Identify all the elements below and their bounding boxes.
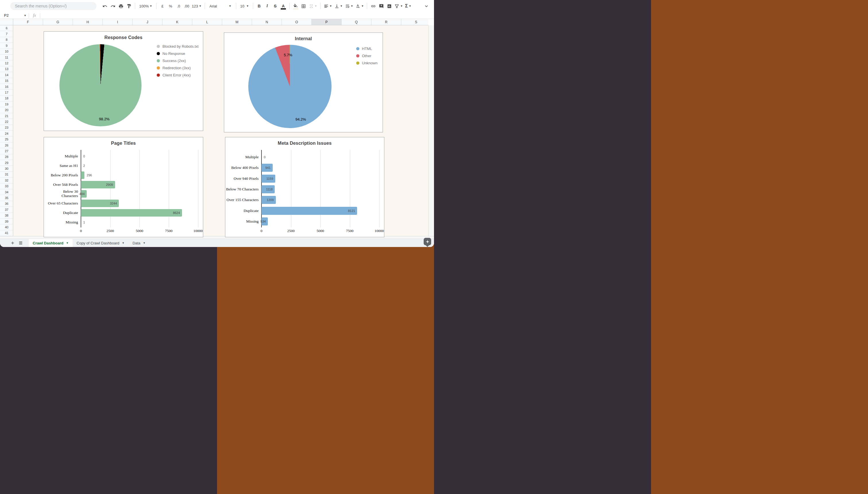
- insert-link-icon[interactable]: [370, 2, 377, 10]
- row-header-36[interactable]: 36: [0, 201, 13, 207]
- column-header-J[interactable]: J: [133, 19, 162, 25]
- toolbar-more-chevron-icon[interactable]: [422, 2, 430, 10]
- add-sheet-icon[interactable]: [8, 239, 17, 247]
- row-header-15[interactable]: 15: [0, 78, 13, 84]
- row-header-39[interactable]: 39: [0, 218, 13, 224]
- paint-format-icon[interactable]: [125, 2, 133, 10]
- chart-card-internal[interactable]: Internal5.7%94.2%HTMLOtherUnknown: [224, 33, 383, 132]
- column-header-H[interactable]: H: [73, 19, 103, 25]
- vertical-scrollbar[interactable]: [428, 25, 434, 236]
- column-header-G[interactable]: G: [43, 19, 73, 25]
- column-header-F[interactable]: F: [13, 19, 43, 25]
- name-box[interactable]: P2 ▼: [0, 13, 29, 18]
- row-header-27[interactable]: 27: [0, 148, 13, 154]
- row-header-24[interactable]: 24: [0, 131, 13, 136]
- row-header-26[interactable]: 26: [0, 142, 13, 148]
- text-wrap-icon[interactable]: ▼: [344, 2, 354, 10]
- select-all-corner[interactable]: [0, 19, 13, 25]
- row-header-7[interactable]: 7: [0, 31, 13, 37]
- row-header-23[interactable]: 23: [0, 125, 13, 131]
- functions-icon[interactable]: Σ▼: [404, 2, 412, 10]
- fill-color-icon[interactable]: [292, 2, 299, 10]
- row-header-31[interactable]: 31: [0, 172, 13, 177]
- sheet-tab-menu-caret[interactable]: ▼: [143, 242, 145, 244]
- row-header-40[interactable]: 40: [0, 224, 13, 230]
- row-header-8[interactable]: 8: [0, 37, 13, 43]
- more-formats-button[interactable]: 123▼: [191, 2, 202, 10]
- format-currency-button[interactable]: £: [159, 2, 166, 10]
- borders-icon[interactable]: [300, 2, 308, 10]
- font-size-select[interactable]: 10▼: [238, 2, 251, 10]
- row-header-41[interactable]: 41: [0, 230, 13, 236]
- zoom-select[interactable]: 100%▼: [138, 2, 154, 10]
- row-header-25[interactable]: 25: [0, 136, 13, 142]
- row-header-38[interactable]: 38: [0, 213, 13, 218]
- column-header-O[interactable]: O: [282, 19, 312, 25]
- row-headers: 6789101112131415161718192021222324252627…: [0, 25, 13, 236]
- row-header-21[interactable]: 21: [0, 113, 13, 119]
- row-header-11[interactable]: 11: [0, 55, 13, 60]
- column-header-Q[interactable]: Q: [341, 19, 371, 25]
- create-filter-icon[interactable]: ▼: [394, 2, 403, 10]
- chart-card-response-codes[interactable]: Response Codes98.2%Blocked by Robots.txt…: [44, 31, 203, 131]
- sheet-tab-data[interactable]: Data▼: [129, 239, 150, 247]
- row-header-6[interactable]: 6: [0, 25, 13, 31]
- row-header-10[interactable]: 10: [0, 49, 13, 55]
- italic-button[interactable]: I: [263, 2, 271, 10]
- sheet-tab-crawl-dashboard[interactable]: Crawl Dashboard▼: [29, 239, 73, 247]
- row-header-17[interactable]: 17: [0, 90, 13, 95]
- search-menus-input[interactable]: [10, 2, 96, 10]
- print-icon[interactable]: [117, 2, 124, 10]
- gemini-sparkle-button[interactable]: [424, 238, 431, 245]
- column-header-M[interactable]: M: [222, 19, 252, 25]
- format-percent-button[interactable]: %: [167, 2, 174, 10]
- column-header-N[interactable]: N: [252, 19, 282, 25]
- chart-card-meta-description-issues[interactable]: Meta Description Issues02500500075001000…: [225, 137, 384, 237]
- chart-card-page-titles[interactable]: Page Titles025005000750010000Multiple0Sa…: [44, 137, 203, 237]
- decrease-decimal-button[interactable]: .0: [175, 2, 182, 10]
- insert-chart-icon[interactable]: [386, 2, 393, 10]
- font-family-select[interactable]: Arial▼: [207, 2, 234, 10]
- undo-icon[interactable]: [101, 2, 108, 10]
- row-header-29[interactable]: 29: [0, 160, 13, 166]
- row-header-34[interactable]: 34: [0, 189, 13, 195]
- column-header-P[interactable]: P: [312, 19, 341, 25]
- row-header-19[interactable]: 19: [0, 101, 13, 107]
- column-header-R[interactable]: R: [371, 19, 401, 25]
- formula-input[interactable]: [40, 13, 434, 18]
- sheet-tab-menu-caret[interactable]: ▼: [66, 242, 68, 244]
- row-header-35[interactable]: 35: [0, 195, 13, 201]
- horizontal-align-icon[interactable]: ▼: [323, 2, 333, 10]
- text-color-button[interactable]: A: [280, 2, 287, 10]
- sheet-tab-copy-of-crawl-dashboard[interactable]: Copy of Crawl Dashboard▼: [73, 239, 129, 247]
- row-header-37[interactable]: 37: [0, 207, 13, 212]
- bar-page-titles-6[interactable]: [81, 209, 182, 216]
- column-header-I[interactable]: I: [103, 19, 133, 25]
- row-header-33[interactable]: 33: [0, 184, 13, 189]
- redo-icon[interactable]: [109, 2, 117, 10]
- row-header-9[interactable]: 9: [0, 43, 13, 49]
- text-rotation-icon[interactable]: ▼: [355, 2, 364, 10]
- strikethrough-button[interactable]: S: [272, 2, 279, 10]
- row-header-16[interactable]: 16: [0, 84, 13, 90]
- bar-meta-description-issues-5[interactable]: [261, 207, 357, 215]
- row-header-12[interactable]: 12: [0, 60, 13, 66]
- row-header-32[interactable]: 32: [0, 177, 13, 183]
- column-header-K[interactable]: K: [162, 19, 192, 25]
- column-header-S[interactable]: S: [401, 19, 428, 25]
- all-sheets-icon[interactable]: [17, 239, 25, 247]
- insert-comment-icon[interactable]: [377, 2, 385, 10]
- column-header-L[interactable]: L: [192, 19, 222, 25]
- sheet-tab-menu-caret[interactable]: ▼: [122, 242, 124, 244]
- row-header-20[interactable]: 20: [0, 107, 13, 113]
- row-header-22[interactable]: 22: [0, 119, 13, 125]
- increase-decimal-button[interactable]: .00: [183, 2, 190, 10]
- vertical-align-icon[interactable]: ▼: [334, 2, 343, 10]
- row-header-28[interactable]: 28: [0, 154, 13, 160]
- bar-page-titles-2[interactable]: [81, 171, 84, 179]
- row-header-30[interactable]: 30: [0, 166, 13, 171]
- row-header-14[interactable]: 14: [0, 72, 13, 78]
- row-header-18[interactable]: 18: [0, 96, 13, 101]
- row-header-13[interactable]: 13: [0, 66, 13, 72]
- bold-button[interactable]: B: [255, 2, 263, 10]
